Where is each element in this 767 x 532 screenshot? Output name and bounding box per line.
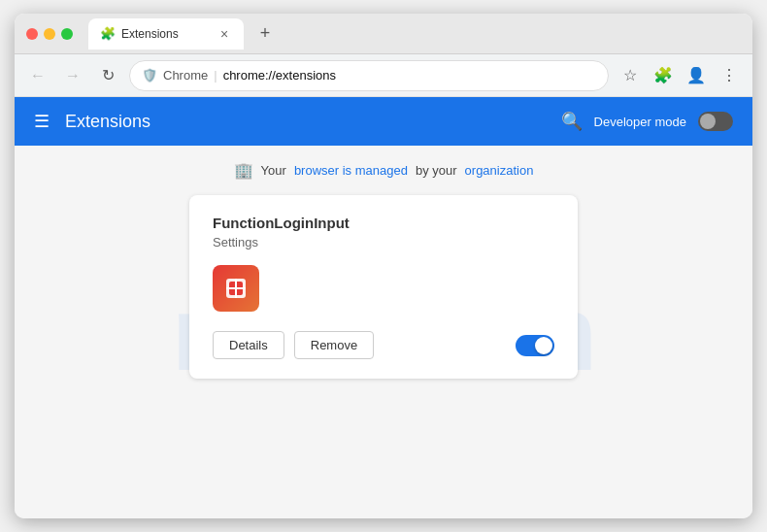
managed-building-icon: 🏢 xyxy=(234,161,253,180)
managed-text-pre: Your xyxy=(261,163,286,178)
managed-text-mid: by your xyxy=(416,163,457,178)
hamburger-menu-icon[interactable]: ☰ xyxy=(34,111,50,132)
extension-card: FunctionLoginInput Settings Details Remo… xyxy=(189,195,578,379)
reload-button[interactable]: ↻ xyxy=(94,62,121,89)
extension-card-body xyxy=(213,265,554,312)
address-right-icons: ☆ 🧩 👤 ⋮ xyxy=(617,62,743,89)
bookmark-icon[interactable]: ☆ xyxy=(617,62,644,89)
url-separator: | xyxy=(214,68,217,83)
url-bar[interactable]: 🛡️ Chrome | chrome://extensions xyxy=(129,60,609,91)
extensions-icon[interactable]: 🧩 xyxy=(650,62,677,89)
remove-button[interactable]: Remove xyxy=(294,331,374,359)
title-bar: 🧩 Extensions × + xyxy=(15,14,752,54)
managed-banner: 🏢 Your browser is managed by your organi… xyxy=(234,161,534,180)
extensions-title: Extensions xyxy=(65,112,561,132)
browser-window: 🧩 Extensions × + ← → ↻ 🛡️ Chrome | chrom… xyxy=(15,14,752,518)
menu-icon[interactable]: ⋮ xyxy=(716,62,743,89)
developer-mode-toggle[interactable] xyxy=(698,112,733,131)
close-window-btn[interactable] xyxy=(26,28,38,40)
extensions-content: risk.com 🏢 Your browser is managed by yo… xyxy=(15,146,752,518)
details-button[interactable]: Details xyxy=(213,331,284,359)
chrome-label: Chrome xyxy=(163,68,208,83)
extension-card-actions: Details Remove xyxy=(213,331,554,359)
url-path: chrome://extensions xyxy=(223,68,336,83)
maximize-window-btn[interactable] xyxy=(61,28,73,40)
extension-enabled-toggle[interactable] xyxy=(516,335,554,356)
extension-subtitle: Settings xyxy=(213,235,554,249)
extension-toggle-knob xyxy=(535,337,552,354)
extensions-header: ☰ Extensions 🔍 Developer mode xyxy=(15,97,752,146)
extension-name: FunctionLoginInput xyxy=(213,215,554,231)
back-button[interactable]: ← xyxy=(24,62,51,89)
developer-mode-label: Developer mode xyxy=(594,115,686,129)
minimize-window-btn[interactable] xyxy=(44,28,55,40)
extension-card-header: FunctionLoginInput Settings xyxy=(213,215,554,249)
extension-icon xyxy=(213,265,259,312)
managed-highlight-1: browser is managed xyxy=(294,163,408,178)
search-icon[interactable]: 🔍 xyxy=(561,111,583,132)
header-right-controls: 🔍 Developer mode xyxy=(561,111,733,132)
traffic-lights xyxy=(26,28,73,40)
toggle-knob xyxy=(700,114,716,129)
forward-button[interactable]: → xyxy=(59,62,86,89)
new-tab-button[interactable]: + xyxy=(251,20,279,48)
tab-label: Extensions xyxy=(121,27,179,41)
tab-close-btn[interactable]: × xyxy=(217,26,232,42)
security-icon: 🛡️ xyxy=(142,68,157,83)
address-bar: ← → ↻ 🛡️ Chrome | chrome://extensions ☆ … xyxy=(15,54,752,97)
active-tab[interactable]: 🧩 Extensions × xyxy=(88,18,244,50)
managed-highlight-2: organization xyxy=(465,163,534,178)
extensions-tab-icon: 🧩 xyxy=(100,26,116,41)
account-icon[interactable]: 👤 xyxy=(683,62,710,89)
